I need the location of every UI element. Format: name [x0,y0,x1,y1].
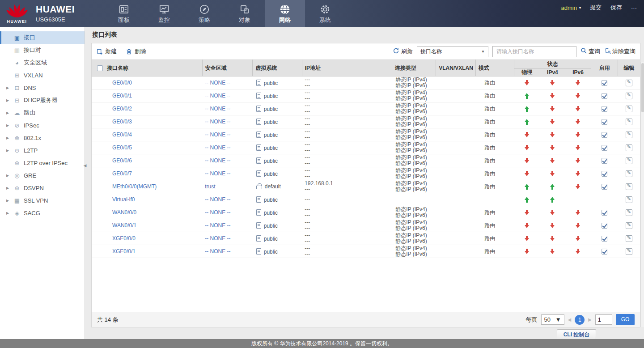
zone-link[interactable]: -- NONE -- [205,222,230,229]
next-page-icon[interactable]: ▶ [588,317,592,322]
nav-tab-network[interactable]: 网络 [265,0,305,27]
interface-name-link[interactable]: Virtual-if0 [112,196,135,203]
sidebar-item-route[interactable]: ☁ 路由 [0,106,85,119]
zone-link[interactable]: -- NONE -- [205,106,230,112]
nav-tab-objects[interactable]: 对象 [225,0,265,27]
delete-button[interactable]: 删除 [126,47,146,55]
sidebar-item-interface-pair[interactable]: ▥ 接口对 [0,44,85,56]
edit-icon[interactable] [626,93,632,99]
zone-link[interactable]: -- NONE -- [205,157,230,164]
go-button[interactable]: GO [616,314,635,325]
enable-checkbox[interactable] [602,93,607,99]
sidebar-item-gre[interactable]: ◎ GRE [0,169,85,182]
save-button[interactable]: 保存 [610,4,622,12]
expand-caret-icon[interactable] [6,199,13,203]
zone-link[interactable]: -- NONE -- [205,170,230,177]
expand-caret-icon[interactable] [6,149,13,153]
edit-icon[interactable] [626,80,632,86]
edit-icon[interactable] [626,209,632,216]
expand-caret-icon[interactable] [6,36,13,40]
prev-page-icon[interactable]: ◀ [568,317,572,322]
expand-caret-icon[interactable] [6,61,13,65]
enable-checkbox[interactable] [602,223,607,229]
edit-icon[interactable] [626,183,632,190]
interface-name-link[interactable]: GE0/0/1 [112,93,132,99]
sidebar-item-sacg[interactable]: ◈ SACG [0,207,85,219]
sidebar-item-ipsec[interactable]: ⊘ IPSec [0,119,85,132]
sidebar-item-l2tp-over-ipsec[interactable]: ⊛ L2TP over IPSec [0,157,85,169]
edit-icon[interactable] [626,106,632,112]
refresh-button[interactable]: 刷新 [393,47,413,55]
interface-name-link[interactable]: GE0/0/0 [112,80,132,86]
clear-query-button[interactable]: 清除查询 [604,47,636,55]
edit-icon[interactable] [626,132,632,138]
expand-caret-icon[interactable] [6,161,13,165]
expand-caret-icon[interactable] [6,186,13,190]
interface-name-link[interactable]: XGE0/0/0 [112,235,136,242]
new-button[interactable]: 新建 [96,47,117,55]
zone-link[interactable]: -- NONE -- [205,80,230,86]
current-page-button[interactable]: 1 [575,315,585,325]
edit-icon[interactable] [626,144,632,151]
expand-caret-icon[interactable] [6,86,13,90]
sidebar-item-vxlan[interactable]: ⊞ VXLAN [0,69,85,81]
sidebar-item-dot1x[interactable]: ⊗ 802.1x [0,132,85,144]
expand-caret-icon[interactable] [6,136,13,140]
edit-icon[interactable] [626,157,632,164]
zone-link[interactable]: -- NONE -- [205,93,230,99]
edit-icon[interactable] [626,170,632,177]
expand-caret-icon[interactable] [6,73,13,77]
submit-button[interactable]: 提交 [590,4,602,12]
sidebar-item-dhcp-server[interactable]: ⊟ DHCP服务器 [0,94,85,106]
zone-link[interactable]: -- NONE -- [205,144,230,151]
edit-icon[interactable] [626,119,632,125]
page-number-input[interactable] [595,314,612,325]
enable-checkbox[interactable] [602,132,607,138]
interface-name-link[interactable]: GE0/0/7 [112,170,132,177]
zone-link[interactable]: -- NONE -- [205,209,230,216]
zone-link[interactable]: trust [205,183,215,190]
sidebar-item-l2tp[interactable]: ⊙ L2TP [0,144,85,157]
zone-link[interactable]: -- NONE -- [205,119,230,125]
interface-name-link[interactable]: GE0/0/5 [112,144,132,151]
sidebar-item-interface[interactable]: ▣ 接口 [0,31,85,44]
more-menu-icon[interactable]: ··· [631,4,637,11]
expand-caret-icon[interactable] [6,123,13,127]
edit-icon[interactable] [626,196,632,203]
nav-tab-panel[interactable]: 面板 [104,0,144,27]
filter-field-select[interactable]: 接口名称 ▼ [417,46,488,57]
cli-console-button[interactable]: CLI 控制台 [557,329,596,339]
search-input[interactable] [492,46,576,57]
enable-checkbox[interactable] [602,249,607,255]
nav-tab-system[interactable]: 系统 [305,0,345,27]
interface-name-link[interactable]: WAN0/0/1 [112,222,136,229]
interface-name-link[interactable]: XGE0/0/1 [112,248,136,255]
edit-icon[interactable] [626,248,632,255]
enable-checkbox[interactable] [602,158,607,164]
admin-menu[interactable]: admin ▾ [561,4,581,11]
vertical-scrollbar[interactable] [640,62,644,327]
enable-checkbox[interactable] [602,171,607,177]
sidebar-item-security-zone[interactable]: ◕ 安全区域 [0,56,85,69]
enable-checkbox[interactable] [602,236,607,242]
sidebar-item-dns[interactable]: ⊡ DNS [0,81,85,94]
scrollbar-thumb[interactable] [641,63,644,112]
edit-icon[interactable] [626,235,632,242]
enable-checkbox[interactable] [602,80,607,86]
sidebar-item-dsvpn[interactable]: ⊕ DSVPN [0,182,85,194]
page-size-select[interactable]: 50 ▼ [541,314,564,325]
zone-link[interactable]: -- NONE -- [205,132,230,138]
interface-name-link[interactable]: GE0/0/6 [112,157,132,164]
query-button[interactable]: 查询 [580,47,600,55]
interface-name-link[interactable]: MEth0/0/0(MGMT) [112,183,157,190]
nav-tab-monitor[interactable]: 监控 [144,0,184,27]
enable-checkbox[interactable] [602,106,607,112]
interface-name-link[interactable]: GE0/0/3 [112,119,132,125]
enable-checkbox[interactable] [602,145,607,151]
zone-link[interactable]: -- NONE -- [205,235,230,242]
interface-name-link[interactable]: GE0/0/2 [112,106,132,112]
zone-link[interactable]: -- NONE -- [205,196,230,203]
edit-icon[interactable] [626,222,632,229]
expand-caret-icon[interactable] [6,98,13,102]
expand-caret-icon[interactable] [6,48,13,52]
